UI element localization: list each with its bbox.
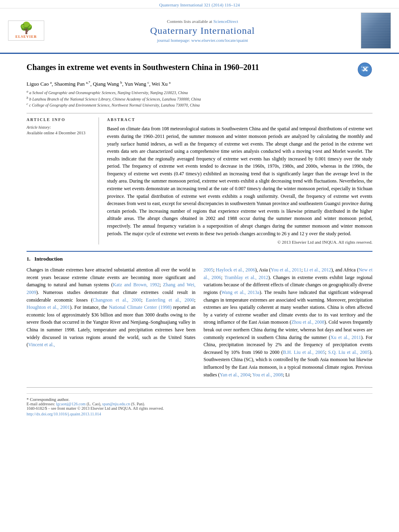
issn-line: 1040-6182/$ – see front matter © 2013 El… <box>27 406 372 411</box>
article-info-panel: ARTICLE INFO Article history: Available … <box>27 117 99 244</box>
abstract-text: Based on climate data from 108 meteorolo… <box>107 125 372 237</box>
ref-bhLiu[interactable]: B.H. Liu et al., 2005 <box>283 349 325 355</box>
journal-homepage[interactable]: journal homepage: www.elsevier.com/locat… <box>48 38 357 43</box>
doi-line: http://dx.doi.org/10.1016/j.quaint.2013.… <box>27 412 372 416</box>
crossmark-badge[interactable]: ✕ Cross Mark <box>357 62 372 77</box>
journal-ref-text: Quaternary International 321 (2014) 116–… <box>159 2 240 7</box>
copyright-notice: © 2013 Elsevier Ltd and INQUA. All right… <box>107 240 372 244</box>
intro-para-1: Changes in climate extremes have attract… <box>27 266 195 349</box>
ref-wang2013a[interactable]: Wang et al., 2013a <box>221 290 259 295</box>
ref-houghton[interactable]: Houghton et al., 2001 <box>27 304 70 310</box>
abstract-label: ABSTRACT <box>107 117 372 122</box>
journal-reference-bar: Quaternary International 321 (2014) 116–… <box>0 0 399 8</box>
sciencedirect-link[interactable]: Contents lists available at ScienceDirec… <box>48 19 357 24</box>
article-title-section: Changes in extreme wet events in Southwe… <box>27 62 372 77</box>
article-history-value: Available online 4 December 2013 <box>27 131 93 135</box>
affiliation-a: a a School of Geographic and Oceanograph… <box>27 90 372 95</box>
section-divider <box>27 251 372 252</box>
ref-tramblay[interactable]: Tramblay et al., 2012 <box>224 275 268 280</box>
introduction-section: 1. Introduction Changes in climate extre… <box>27 256 372 381</box>
page-footer: * Corresponding author. E-mail addresses… <box>27 387 372 416</box>
email-addresses: E-mail addresses: lgcaonj@126.com (L. Ca… <box>27 402 372 406</box>
ref-xu2011[interactable]: Xu et al., 2011 <box>331 335 361 340</box>
elsevier-brand-text: ELSEVIER <box>15 35 37 39</box>
section-number: 1. <box>27 256 31 262</box>
ref-2005[interactable]: 2005 <box>204 267 213 273</box>
introduction-two-col: Changes in climate extremes have attract… <box>27 266 372 381</box>
authors-line: Liguo Cao a, Shaoming Pan a,*, Qiang Wan… <box>27 80 372 87</box>
intro-para-2: 2005; Haylock et al., 2006), Asia (You e… <box>204 266 372 378</box>
introduction-heading: 1. Introduction <box>27 256 372 262</box>
article-container: Changes in extreme wet events in Southwe… <box>6 54 393 424</box>
article-info-label: ARTICLE INFO <box>27 117 93 122</box>
doi-anchor[interactable]: http://dx.doi.org/10.1016/j.quaint.2013.… <box>27 412 101 416</box>
email-pan[interactable]: span@nju.edu.cn <box>102 402 130 406</box>
email-label: E-mail addresses: <box>27 402 55 406</box>
journal-center-info: Contents lists available at ScienceDirec… <box>48 19 357 43</box>
footer-divider <box>27 393 372 394</box>
abstract-section: ABSTRACT Based on climate data from 108 … <box>107 117 372 244</box>
ref-yan[interactable]: Yan et al., 2004 <box>220 372 250 378</box>
elsevier-logo: 🌳 ELSEVIER <box>8 21 44 41</box>
affiliation-c: c c College of Geography and Environment… <box>27 102 372 107</box>
ref-you2011[interactable]: You et al., 2011 <box>271 267 301 273</box>
article-info-abstract: ARTICLE INFO Article history: Available … <box>27 113 372 244</box>
affiliations: a a School of Geographic and Oceanograph… <box>27 90 372 107</box>
ref-katz-brown[interactable]: Katz and Brown, 1992 <box>113 282 160 288</box>
ref-haylock[interactable]: Haylock et al., 2006 <box>216 267 255 273</box>
svg-text:Cross: Cross <box>361 66 369 68</box>
abstract-paragraph: Based on climate data from 108 meteorolo… <box>107 125 372 237</box>
introduction-right-col: 2005; Haylock et al., 2006), Asia (You e… <box>204 266 372 381</box>
elsevier-tree-icon: 🌳 <box>19 23 33 34</box>
ref-easterling[interactable]: Easterling et al., 2000 <box>146 297 194 303</box>
ref-changnon[interactable]: Changnon et al., 2000 <box>93 297 141 303</box>
article-history-label: Article history: <box>27 125 93 129</box>
journal-header: 🌳 ELSEVIER Contents lists available at S… <box>0 8 399 54</box>
homepage-anchor[interactable]: journal homepage: www.elsevier.com/locat… <box>157 38 248 43</box>
article-title: Changes in extreme wet events in Southwe… <box>27 62 353 72</box>
email-cao[interactable]: lgcaonj@126.com <box>56 402 85 406</box>
ref-zhou[interactable]: Zhou et al., 2008 <box>291 319 324 325</box>
introduction-left-col: Changes in climate extremes have attract… <box>27 266 195 381</box>
sciencedirect-anchor[interactable]: ScienceDirect <box>213 19 238 24</box>
ref-national-climate[interactable]: National Climate Center (1998) <box>109 304 172 310</box>
section-title: Introduction <box>35 256 63 262</box>
ref-vincent[interactable]: Vincent et al., <box>28 342 55 347</box>
ref-sqLiu[interactable]: S.Q. Liu et al., 2005 <box>328 349 370 355</box>
ref-li2012[interactable]: Li et al., 2012 <box>304 267 331 273</box>
journal-title: Quaternary International <box>48 25 357 36</box>
sciencedirect-prefix: Contents lists available at <box>167 19 212 24</box>
journal-cover-thumbnail <box>361 12 391 49</box>
affiliation-b: b b Lanzhou Branch of the National Scien… <box>27 96 372 101</box>
corresponding-author-note: * Corresponding author. <box>27 397 372 402</box>
ref-you2008[interactable]: You et al., 2008 <box>252 372 283 378</box>
ref-zhang-wei[interactable]: Zhang and Wei, 2009 <box>27 282 195 295</box>
svg-text:Mark: Mark <box>362 69 368 72</box>
